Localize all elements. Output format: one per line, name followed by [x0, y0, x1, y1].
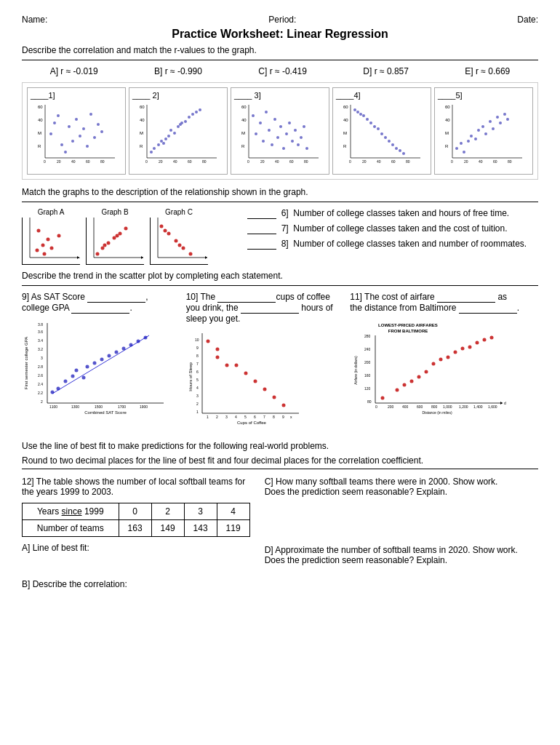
svg-point-15 — [71, 140, 74, 143]
svg-text:2.2: 2.2 — [38, 391, 43, 395]
svg-text:60: 60 — [86, 159, 90, 164]
svg-point-192 — [82, 376, 86, 380]
svg-point-146 — [43, 252, 47, 256]
svg-text:40: 40 — [479, 159, 483, 164]
table-data-row: Number of teams 163 149 143 119 — [23, 520, 250, 537]
svg-point-20 — [89, 113, 92, 116]
svg-text:FROM BALTIMORE: FROM BALTIMORE — [388, 329, 428, 333]
svg-text:40: 40 — [445, 118, 450, 122]
svg-text:1: 1 — [207, 415, 209, 419]
svg-text:10: 10 — [195, 338, 199, 342]
svg-point-229 — [215, 356, 219, 359]
svg-text:20: 20 — [159, 159, 163, 164]
blank-9a[interactable] — [87, 292, 145, 303]
svg-text:2.8: 2.8 — [38, 364, 43, 369]
svg-text:Airfare (in dollars): Airfare (in dollars) — [353, 356, 358, 385]
svg-point-264 — [417, 375, 421, 379]
svg-point-38 — [153, 147, 156, 150]
svg-point-70 — [268, 129, 271, 132]
graph-box-1: ____1] 60 40 M R 0 20 40 60 80 — [27, 87, 126, 175]
svg-point-49 — [191, 113, 194, 116]
blank-10b[interactable] — [241, 303, 299, 314]
section4-divider — [22, 469, 538, 469]
svg-point-69 — [265, 111, 268, 113]
svg-text:M: M — [140, 131, 143, 135]
svg-text:600: 600 — [417, 405, 423, 409]
scatter-plot-5: 60 40 M R 0 20 40 60 80 — [438, 101, 529, 167]
col-header-4: 4 — [217, 503, 249, 520]
svg-text:Cups of Coffee: Cups of Coffee — [237, 421, 267, 425]
svg-point-228 — [215, 348, 219, 351]
blank-7[interactable] — [247, 223, 276, 234]
graph-label-3: ____ 3] — [234, 91, 326, 100]
svg-point-18 — [82, 127, 85, 130]
svg-text:60: 60 — [493, 159, 497, 164]
svg-text:3.6: 3.6 — [38, 330, 43, 334]
svg-text:160: 160 — [364, 373, 371, 378]
r-value-d: D] r ≈ 0.857 — [363, 66, 409, 76]
section3: Describe the trend in the scatter plot b… — [22, 271, 538, 434]
svg-point-65 — [252, 114, 255, 117]
svg-point-47 — [184, 120, 187, 123]
svg-point-53 — [179, 123, 182, 126]
svg-text:1,400: 1,400 — [473, 405, 483, 409]
svg-point-37 — [150, 151, 153, 154]
chart-11-scatter: LOWEST-PRICED AIRFARES FROM BALTIMORE d … — [350, 319, 510, 421]
blank-6[interactable] — [247, 208, 276, 219]
r-value-e: E] r ≈ 0.669 — [465, 66, 510, 76]
svg-point-164 — [182, 247, 185, 250]
svg-point-227 — [206, 340, 209, 343]
r-value-b: B] r ≈ -0.990 — [154, 66, 202, 76]
svg-text:1: 1 — [196, 410, 199, 414]
svg-point-19 — [86, 145, 89, 148]
svg-point-68 — [262, 140, 265, 143]
svg-point-25 — [53, 121, 56, 124]
right-d: D] Approximate the number of softball te… — [265, 545, 538, 565]
softball-table: Years since 1999 0 2 3 4 Number of teams… — [22, 503, 250, 537]
svg-point-52 — [162, 142, 165, 145]
svg-point-44 — [173, 132, 176, 135]
blank-10a[interactable] — [217, 292, 276, 303]
table-num: 12] — [22, 477, 34, 487]
mini-scatter-c — [150, 218, 208, 265]
svg-point-143 — [37, 229, 41, 233]
svg-point-48 — [188, 116, 191, 119]
svg-point-130 — [489, 120, 492, 123]
svg-point-268 — [447, 356, 450, 359]
scatter-plot-1: 60 40 M R 0 20 40 60 80 — [31, 101, 122, 167]
scatter-plot-4: 60 40 M R 0 20 40 60 80 — [336, 101, 428, 167]
mini-graph-b-label: Graph B — [101, 208, 128, 216]
table-left: 12] The table shows the number of local … — [22, 477, 250, 589]
svg-text:0: 0 — [145, 159, 148, 164]
svg-point-272 — [476, 341, 479, 345]
svg-text:R: R — [343, 144, 347, 148]
blank-11b[interactable] — [459, 303, 517, 314]
svg-point-131 — [492, 127, 495, 130]
col-header-3: 3 — [184, 503, 217, 520]
svg-text:d: d — [504, 401, 506, 405]
blank-8[interactable] — [247, 239, 276, 250]
blank-9b[interactable] — [71, 303, 129, 314]
svg-point-233 — [253, 380, 257, 383]
svg-point-39 — [157, 143, 160, 146]
svg-point-156 — [103, 244, 107, 247]
svg-text:0: 0 — [451, 159, 453, 164]
svg-point-125 — [470, 135, 473, 138]
svg-text:20: 20 — [362, 159, 367, 164]
svg-point-40 — [160, 140, 163, 143]
graph-label-5: ____5] — [438, 91, 529, 100]
mini-graph-a: Graph A — [22, 208, 80, 265]
blank-11a[interactable] — [437, 292, 495, 303]
answer-a-line: A] Line of best fit: — [22, 543, 250, 553]
graph-box-2: ____ 2] 60 40 M R 0 20 40 60 80 — [129, 87, 228, 175]
svg-point-128 — [481, 125, 484, 128]
svg-text:60: 60 — [343, 105, 348, 109]
svg-text:40: 40 — [173, 159, 177, 164]
svg-point-152 — [107, 242, 111, 245]
col-header-2: 2 — [151, 503, 184, 520]
svg-text:80: 80 — [304, 159, 308, 164]
svg-point-82 — [303, 125, 305, 128]
svg-text:1500: 1500 — [95, 405, 103, 409]
chart-9-scatter: First semester college GPA Combined SAT … — [22, 319, 167, 421]
svg-point-51 — [199, 108, 201, 111]
